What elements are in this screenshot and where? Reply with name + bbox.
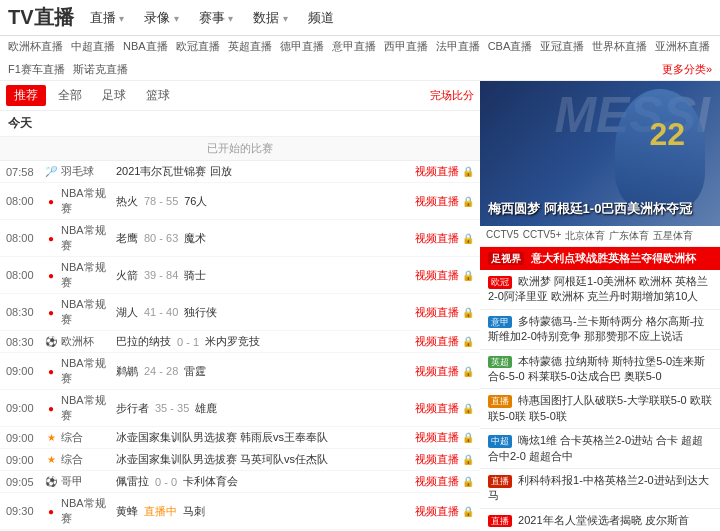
subnav-worldcup[interactable]: 世界杯直播 bbox=[592, 39, 647, 54]
stream-link[interactable]: 视频直播 bbox=[415, 364, 459, 379]
match-time: 09:00 bbox=[6, 365, 44, 377]
subnav-snooker[interactable]: 斯诺克直播 bbox=[73, 62, 128, 77]
match-teams: 冰壶国家集训队男选拔赛 马英珂队vs任杰队 bbox=[116, 452, 411, 467]
lock-icon: 🔒 bbox=[462, 366, 474, 377]
nav-live[interactable]: 直播 ▾ bbox=[86, 7, 129, 29]
star-icon: ★ bbox=[44, 453, 58, 467]
news-text: 利科特科报1-中格英格兰2-0进站到达大马 bbox=[488, 474, 709, 501]
news-item[interactable]: 直播 2021年名人堂候选者揭晓 皮尔斯首 bbox=[480, 509, 720, 531]
channel-beijing-sports[interactable]: 北京体育 bbox=[565, 229, 605, 243]
stream-link[interactable]: 视频直播 bbox=[415, 164, 459, 179]
stream-link[interactable]: 视频直播 bbox=[415, 401, 459, 416]
subnav-ligue1[interactable]: 法甲直播 bbox=[436, 39, 480, 54]
match-type: NBA常规赛 bbox=[61, 496, 116, 526]
subnav-asiancup[interactable]: 亚洲杯直播 bbox=[655, 39, 710, 54]
news-tag: 直播 bbox=[488, 515, 512, 528]
soccer-icon: ⚽ bbox=[44, 475, 58, 489]
stream-link[interactable]: 视频直播 bbox=[415, 452, 459, 467]
news-text: 嗨炫1维 合卡英格兰2-0进站 合卡 超超合中2-0 超超合中 bbox=[488, 434, 703, 461]
nav-replay[interactable]: 录像 ▾ bbox=[140, 7, 183, 29]
subnav-csl[interactable]: 中超直播 bbox=[71, 39, 115, 54]
tab-all[interactable]: 全部 bbox=[50, 85, 90, 106]
lock-icon: 🔒 bbox=[462, 196, 474, 207]
news-item[interactable]: 中超 嗨炫1维 合卡英格兰2-0进站 合卡 超超合中2-0 超超合中 bbox=[480, 429, 720, 469]
match-row: 08:30 ⚽ 欧洲杯 巴拉的纳技 0 - 1 米内罗竞技 视频直播 🔒 bbox=[0, 331, 480, 353]
news-item[interactable]: 欧冠 欧洲梦 阿根廷1-0美洲杯 欧洲杯 英格兰2-0阿泽里亚 欧洲杯 克兰丹时… bbox=[480, 270, 720, 310]
news-item[interactable]: 英超 本特蒙德 拉纳斯特 斯特拉堡5-0连来斯 合6-5-0 科莱联5-0达成合… bbox=[480, 350, 720, 390]
match-time: 09:00 bbox=[6, 454, 44, 466]
match-teams: 2021韦尔瓦世锦赛 回放 bbox=[116, 164, 411, 179]
subnav-seriea[interactable]: 意甲直播 bbox=[332, 39, 376, 54]
section-started-label: 已开始的比赛 bbox=[0, 137, 480, 161]
subnav-f1[interactable]: F1赛车直播 bbox=[8, 62, 65, 77]
news-item[interactable]: 直播 利科特科报1-中格英格兰2-0进站到达大马 bbox=[480, 469, 720, 509]
news-item[interactable]: 意甲 多特蒙德马-兰卡斯特两分 格尔高斯-拉斯维加2-0特别竞争 那那赞那不应上… bbox=[480, 310, 720, 350]
subnav-ucl[interactable]: 欧冠直播 bbox=[176, 39, 220, 54]
match-teams: 步行者 35 - 35 雄鹿 bbox=[116, 401, 411, 416]
news-text: 2021年名人堂候选者揭晓 皮尔斯首 bbox=[518, 514, 689, 526]
match-type: NBA常规赛 bbox=[61, 186, 116, 216]
subnav-cba[interactable]: CBA直播 bbox=[488, 39, 533, 54]
subnav-acl[interactable]: 亚冠直播 bbox=[540, 39, 584, 54]
stream-link[interactable]: 视频直播 bbox=[415, 504, 459, 519]
stream-link[interactable]: 视频直播 bbox=[415, 474, 459, 489]
stream-link[interactable]: 视频直播 bbox=[415, 231, 459, 246]
match-time: 09:05 bbox=[6, 476, 44, 488]
channel-guangdong-sports[interactable]: 广东体育 bbox=[609, 229, 649, 243]
match-row: 09:00 ★ 综合 冰壶国家集训队男选拔赛 韩雨辰vs王奉奉队 视频直播 🔒 bbox=[0, 427, 480, 449]
right-panel: MESSI 22 梅西圆梦 阿根廷1-0巴西美洲杯夺冠 CCTV5 CCTV5+… bbox=[480, 81, 720, 531]
match-teams: 冰壶国家集训队男选拔赛 韩雨辰vs王奉奉队 bbox=[116, 430, 411, 445]
match-type: 欧洲杯 bbox=[61, 334, 116, 349]
lock-icon: 🔒 bbox=[462, 307, 474, 318]
live-dot-icon: ● bbox=[44, 504, 58, 518]
news-tag: 直播 bbox=[488, 395, 512, 408]
news-highlight-tag: 足视界 bbox=[488, 252, 524, 265]
subnav-epl[interactable]: 英超直播 bbox=[228, 39, 272, 54]
nav-events[interactable]: 赛事 ▾ bbox=[195, 7, 238, 29]
match-row: 09:00 ★ 综合 冰壶国家集训队男选拔赛 马英珂队vs任杰队 视频直播 🔒 bbox=[0, 449, 480, 471]
subnav-more[interactable]: 更多分类» bbox=[662, 62, 712, 77]
match-time: 08:00 bbox=[6, 195, 44, 207]
stream-link[interactable]: 视频直播 bbox=[415, 194, 459, 209]
match-row: 09:00 ● NBA常规赛 步行者 35 - 35 雄鹿 视频直播 🔒 bbox=[0, 390, 480, 427]
live-text: 直播中 bbox=[144, 504, 177, 519]
nav-channels[interactable]: 频道 bbox=[304, 7, 338, 29]
subnav-nba[interactable]: NBA直播 bbox=[123, 39, 168, 54]
stream-link[interactable]: 视频直播 bbox=[415, 268, 459, 283]
lock-icon: 🔒 bbox=[462, 270, 474, 281]
match-type: 羽毛球 bbox=[61, 164, 116, 179]
channel-cctv5plus[interactable]: CCTV5+ bbox=[523, 229, 562, 243]
subnav-laliga[interactable]: 西甲直播 bbox=[384, 39, 428, 54]
stream-link[interactable]: 视频直播 bbox=[415, 430, 459, 445]
live-dot-icon: ● bbox=[44, 268, 58, 282]
match-teams: 火箭 39 - 84 骑士 bbox=[116, 268, 411, 283]
tab-basketball[interactable]: 篮球 bbox=[138, 85, 178, 106]
stream-link[interactable]: 视频直播 bbox=[415, 305, 459, 320]
date-header: 今天 bbox=[0, 111, 480, 137]
promo-banner[interactable]: MESSI 22 梅西圆梦 阿根廷1-0巴西美洲杯夺冠 bbox=[480, 81, 720, 226]
tab-soccer[interactable]: 足球 bbox=[94, 85, 134, 106]
news-highlight-bar[interactable]: 足视界 意大利点球战胜英格兰夺得欧洲杯 bbox=[480, 247, 720, 270]
tab-scores[interactable]: 完场比分 bbox=[430, 88, 474, 103]
match-teams: 老鹰 80 - 63 魔术 bbox=[116, 231, 411, 246]
jersey-number: 22 bbox=[649, 116, 685, 153]
news-highlight-text: 意大利点球战胜英格兰夺得欧洲杯 bbox=[531, 252, 696, 264]
nav-events-arrow: ▾ bbox=[228, 13, 233, 24]
news-tag: 直播 bbox=[488, 475, 512, 488]
live-dot-icon: ● bbox=[44, 364, 58, 378]
news-text: 特惠国图打人队破联5-大学联联5-0 欧联联5-0联 联5-0联 bbox=[488, 394, 712, 421]
channel-five-star[interactable]: 五星体育 bbox=[653, 229, 693, 243]
star-icon: ★ bbox=[44, 431, 58, 445]
channel-cctv5[interactable]: CCTV5 bbox=[486, 229, 519, 243]
match-teams: 巴拉的纳技 0 - 1 米内罗竞技 bbox=[116, 334, 411, 349]
stream-link[interactable]: 视频直播 bbox=[415, 334, 459, 349]
match-type: 哥甲 bbox=[61, 474, 116, 489]
match-teams: 佩雷拉 0 - 0 卡利体育会 bbox=[116, 474, 411, 489]
tab-recommend[interactable]: 推荐 bbox=[6, 85, 46, 106]
subnav-euro[interactable]: 欧洲杯直播 bbox=[8, 39, 63, 54]
subnav-bundesliga[interactable]: 德甲直播 bbox=[280, 39, 324, 54]
lock-icon: 🔒 bbox=[462, 454, 474, 465]
nav-data[interactable]: 数据 ▾ bbox=[249, 7, 292, 29]
news-item[interactable]: 直播 特惠国图打人队破联5-大学联联5-0 欧联联5-0联 联5-0联 bbox=[480, 389, 720, 429]
lock-icon: 🔒 bbox=[462, 336, 474, 347]
